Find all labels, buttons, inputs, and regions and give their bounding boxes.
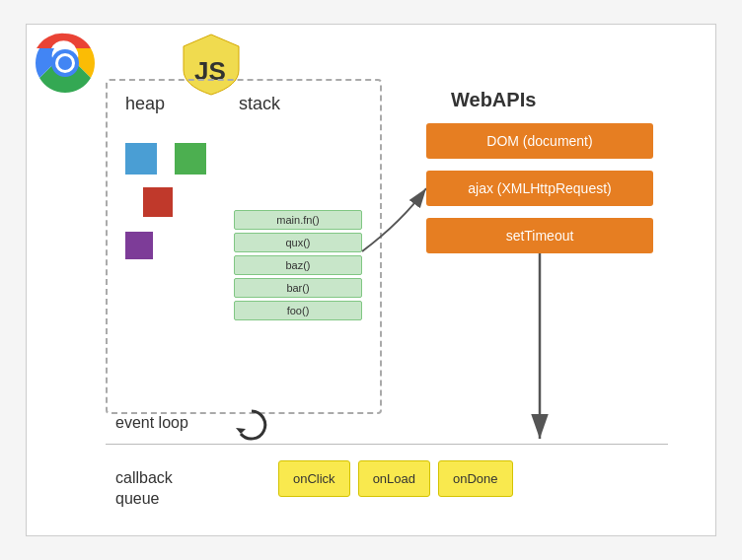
- webapi-dom: DOM (document): [426, 123, 653, 159]
- heap-block-red: [143, 187, 173, 217]
- stack-item: bar(): [234, 278, 362, 298]
- stack-item: foo(): [234, 301, 362, 320]
- main-container: JS heap stack main.fn() qux() baz() bar(…: [0, 0, 742, 560]
- callback-item-ondone: onDone: [438, 460, 513, 497]
- event-loop-label: event loop: [115, 414, 188, 432]
- chrome-logo: [35, 33, 96, 94]
- heap-label: heap: [125, 94, 165, 114]
- diagram-area: JS heap stack main.fn() qux() baz() bar(…: [26, 24, 716, 536]
- webapi-ajax: ajax (XMLHttpRequest): [426, 171, 653, 206]
- heap-block-purple: [125, 232, 153, 259]
- heap-block-green: [175, 143, 206, 175]
- callback-queue-label: callback queue: [115, 468, 173, 510]
- stack-item: main.fn(): [234, 210, 362, 230]
- callback-queue: onClick onLoad onDone: [278, 460, 513, 497]
- callback-item-onload: onLoad: [358, 460, 430, 497]
- stack-item: qux(): [234, 233, 362, 252]
- svg-point-3: [58, 56, 72, 70]
- stack-area: main.fn() qux() baz() bar() foo(): [234, 123, 362, 320]
- section-divider: [106, 444, 668, 445]
- webapis-label: WebAPIs: [451, 89, 536, 111]
- stack-item: baz(): [234, 255, 362, 275]
- callback-item-onclick: onClick: [278, 460, 350, 497]
- webapi-settimeout: setTimeout: [426, 218, 653, 253]
- svg-marker-7: [236, 428, 246, 434]
- event-loop-icon: [234, 407, 269, 450]
- heap-block-teal: [125, 143, 157, 175]
- stack-label: stack: [239, 94, 280, 114]
